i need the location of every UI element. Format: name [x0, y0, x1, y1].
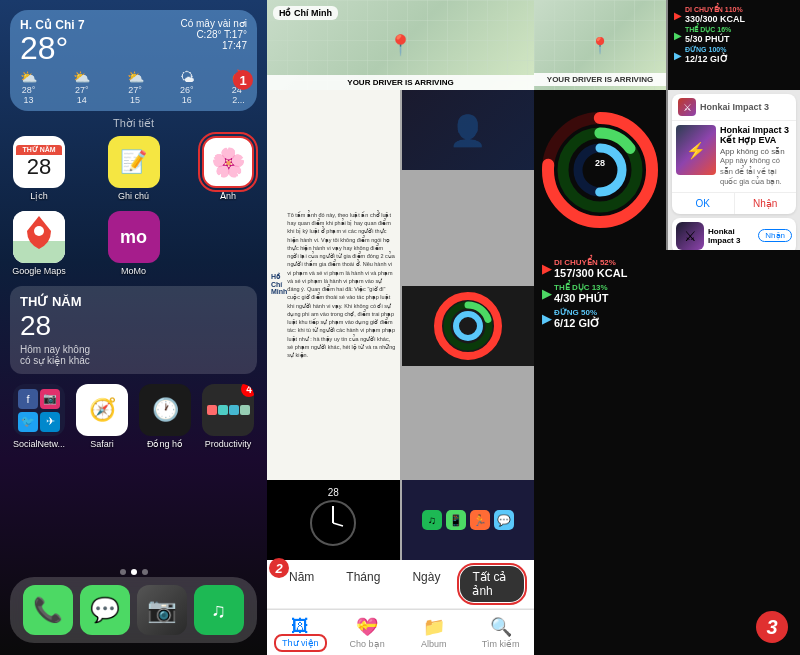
honkai-buttons: OK Nhận: [672, 192, 796, 214]
nav-album[interactable]: 📁 Album: [401, 614, 468, 653]
tab-all-photos[interactable]: Tất cả ảnh: [460, 566, 524, 602]
tab-ngay[interactable]: Ngày: [400, 566, 452, 602]
app-safari[interactable]: 🧭 Safari: [73, 384, 131, 449]
dock-camera[interactable]: 📷: [137, 585, 187, 635]
honkai-card: ⚔ Honkai Impact 3 ⚡ Honkai Impact 3 Kết …: [672, 94, 796, 214]
activity-rings-svg: [433, 291, 503, 361]
app-maps[interactable]: Google Maps: [10, 211, 68, 276]
photos-nav: 🖼 Thư viện 💝 Cho bạn 📁 Album 🔍 Tìm kiếm: [267, 609, 534, 655]
honkai-card-body: ⚡ Honkai Impact 3 Kết Hợp EVA App không …: [672, 121, 796, 192]
app-row-2: Google Maps mo MoMo: [10, 211, 257, 276]
middle-panel: 📍 Hồ Chí Minh YOUR DRIVER IS ARRIVING Hồ…: [267, 0, 534, 655]
nav-for-you[interactable]: 💝 Cho bạn: [334, 614, 401, 653]
dock: 📞 💬 📷 ♫: [10, 577, 257, 643]
right-panel: 📍 YOUR DRIVER IS ARRIVING ▶ DI CHUYỂN 11…: [534, 0, 800, 655]
app-momo[interactable]: mo MoMo: [105, 211, 163, 276]
dot-3: [142, 569, 148, 575]
stat-exercise-2: ▶ THỂ DỤC 13% 4/30 PHÚT: [542, 283, 792, 304]
photo-dark: 👤: [402, 90, 535, 170]
album-label: Album: [401, 639, 468, 649]
stat-stand-2-label: ĐỨNG 50%: [554, 308, 600, 317]
nav-library[interactable]: 🖼 Thư viện: [267, 614, 334, 653]
app-productivity[interactable]: 4 Productivity: [199, 384, 257, 449]
cal-weekday: THỨ NĂM: [20, 294, 247, 309]
honkai-app-icon: ⚔: [678, 98, 696, 116]
app-notes[interactable]: 📝 Ghi chú: [105, 136, 163, 201]
cal-no-event: Hôm nay khôngcó sự kiện khác: [20, 344, 247, 366]
stat-exercise-1: ▶ THỂ DỤC 16% 5/30 PHÚT: [674, 26, 794, 44]
svg-point-2: [34, 226, 44, 236]
stat-stand-2: ▶ ĐỨNG 50% 6/12 GIỜ: [542, 308, 792, 330]
app-maps-label: Google Maps: [10, 266, 68, 276]
weather-condition: Có mây vài nơi C:28° T:17° 17:47: [180, 18, 247, 51]
svg-point-8: [456, 314, 480, 338]
app-empty: [199, 211, 257, 276]
badge-1: 1: [233, 70, 253, 90]
honkai-notification: ⚔ Honkai Impact 3 ⚡ Honkai Impact 3 Kết …: [668, 90, 800, 250]
album-icon: 📁: [401, 616, 468, 638]
right-map: 📍 YOUR DRIVER IS ARRIVING: [534, 0, 666, 90]
app-safari-label: Safari: [73, 439, 131, 449]
photo-article: Hồ Chí Minh Tô tấm ảnh đó này, theo luật…: [267, 90, 400, 480]
honkai-game-image: ⚡: [676, 125, 716, 175]
app-lich-label: Lịch: [10, 191, 68, 201]
app-productivity-label: Productivity: [199, 439, 257, 449]
driver-arriving-label: YOUR DRIVER IS ARRIVING: [267, 75, 534, 90]
right-activity-rings: 28: [540, 110, 660, 230]
right-driver-label: YOUR DRIVER IS ARRIVING: [534, 73, 666, 86]
search-label: Tìm kiếm: [467, 639, 534, 649]
article-title: Hồ Chí Minh: [271, 273, 287, 295]
stat-move-1-label: DI CHUYỂN 110%: [685, 6, 745, 14]
stat-stand-1-label: ĐỨNG 100%: [685, 46, 728, 54]
app-momo-label: MoMo: [105, 266, 163, 276]
photo-watchface: 28: [267, 480, 400, 560]
stat-exercise-1-val: 5/30 PHÚT: [685, 34, 731, 44]
stat-move-2-label: DI CHUYỂN 52%: [554, 258, 627, 267]
left-panel: 1 H. Củ Chi 7 28° Có mây vài nơi C:28° T…: [0, 0, 267, 655]
for-you-icon: 💝: [334, 616, 401, 638]
honkai-card-text: Honkai Impact 3 Kết Hợp EVA App không có…: [720, 125, 792, 188]
honkai-install-button[interactable]: Nhận: [735, 193, 797, 214]
article-body: Tô tấm ảnh đó này, theo luật ấn chở luật…: [287, 211, 395, 360]
dock-phone[interactable]: 📞: [23, 585, 73, 635]
library-icon: 🖼: [267, 616, 334, 637]
app-lich[interactable]: THỨ NĂM 28 Lịch: [10, 136, 68, 201]
weather-section-label: Thời tiết: [0, 117, 267, 130]
stat-stand-2-val: 6/12 GIỜ: [554, 317, 600, 330]
time-tabs: Năm 2 Tháng Ngày Tất cả ảnh: [267, 560, 534, 609]
page-dots: [0, 569, 267, 575]
honkai-ok-button[interactable]: OK: [672, 193, 735, 214]
dock-spotify[interactable]: ♫: [194, 585, 244, 635]
app-social[interactable]: f 📷 🐦 ✈ SocialNetw...: [10, 384, 68, 449]
game-icon: ⚔: [676, 222, 704, 250]
game-list-item: ⚔ Honkai Impact 3 Nhận: [672, 218, 796, 254]
honkai-unavailable: App không có sẵn: [720, 147, 792, 156]
app-photos-label: Ảnh: [199, 191, 257, 201]
map-city: Hồ Chí Minh: [273, 6, 338, 20]
game-get-button[interactable]: Nhận: [758, 229, 792, 242]
app-notes-label: Ghi chú: [105, 191, 163, 201]
badge-3: 3: [756, 611, 788, 643]
svg-line-11: [333, 523, 343, 526]
app-photos[interactable]: 🌸 Ảnh: [199, 136, 257, 201]
right-activity: 28: [534, 90, 666, 250]
right-stats1: ▶ DI CHUYỂN 110% 330/300 KCAL ▶ THỂ DỤC …: [668, 0, 800, 90]
tab-nam[interactable]: Năm 2: [277, 566, 326, 602]
app-clock-label: Đồng hồ: [136, 439, 194, 449]
honkai-body-text: App này không có sẵn để tải về tại quốc …: [720, 156, 792, 188]
tab-thang[interactable]: Tháng: [334, 566, 392, 602]
stat-exercise-2-label: THỂ DỤC 13%: [554, 283, 608, 292]
library-label: Thư viện: [278, 638, 323, 648]
nav-search[interactable]: 🔍 Tìm kiếm: [467, 614, 534, 653]
map-pin-icon: 📍: [388, 33, 413, 57]
dock-messages[interactable]: 💬: [80, 585, 130, 635]
photo-map: 📍 Hồ Chí Minh YOUR DRIVER IS ARRIVING: [267, 0, 534, 90]
cal-date-big: 28: [20, 312, 247, 340]
dot-2: [131, 569, 137, 575]
photo-grid: Hồ Chí Minh Tô tấm ảnh đó này, theo luật…: [267, 90, 534, 480]
app-social-label: SocialNetw...: [10, 439, 68, 449]
honkai-app-name: Honkai Impact 3: [700, 102, 769, 112]
app-clock[interactable]: 🕐 Đồng hồ: [136, 384, 194, 449]
weather-forecast: ⛅28°13 ⛅27°14 ⛅27°15 🌤26°16 🔥24°2...: [20, 69, 247, 105]
stat-exercise-2-val: 4/30 PHÚT: [554, 292, 608, 304]
